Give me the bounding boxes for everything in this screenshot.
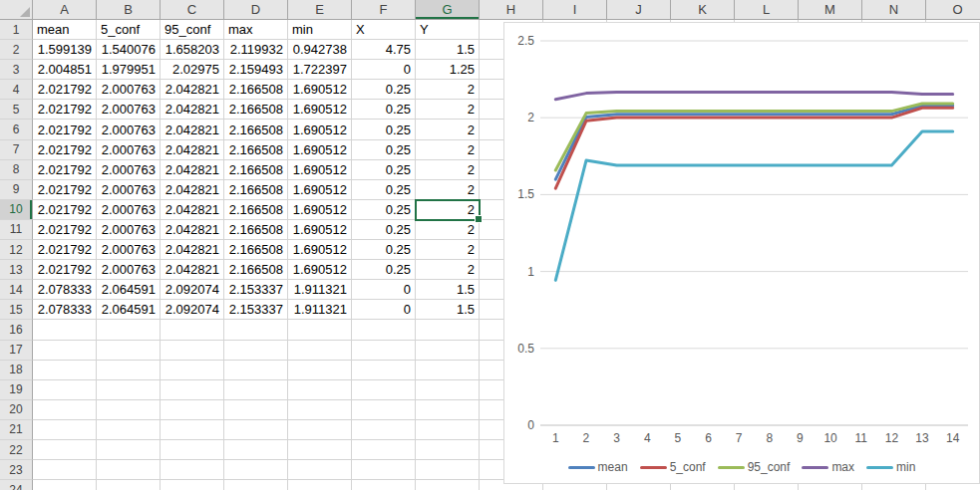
row-header-22[interactable]: 22 — [0, 440, 33, 460]
cell-F19[interactable] — [352, 380, 416, 400]
row-header-8[interactable]: 8 — [0, 160, 33, 180]
series-line-max[interactable] — [555, 93, 952, 100]
row-header-14[interactable]: 14 — [0, 280, 33, 300]
cell-A13[interactable]: 2.021792 — [33, 260, 97, 280]
cell-A23[interactable] — [33, 460, 97, 480]
cell-B10[interactable]: 2.000763 — [97, 200, 161, 220]
cell-C7[interactable]: 2.042821 — [161, 140, 224, 160]
cell-C1[interactable]: 95_conf — [161, 20, 224, 40]
cell-G9[interactable]: 2 — [416, 180, 480, 200]
cell-D5[interactable]: 2.166508 — [224, 100, 288, 120]
cell-F15[interactable]: 0 — [352, 300, 416, 320]
cell-F3[interactable]: 0 — [352, 60, 416, 80]
cell-G8[interactable]: 2 — [416, 160, 480, 180]
row-header-4[interactable]: 4 — [0, 80, 33, 100]
cell-G19[interactable] — [416, 380, 480, 400]
cell-B9[interactable]: 2.000763 — [97, 180, 161, 200]
cell-D23[interactable] — [224, 460, 288, 480]
cell-E17[interactable] — [288, 341, 352, 361]
row-header-3[interactable]: 3 — [0, 60, 33, 80]
cell-A24[interactable] — [33, 480, 97, 490]
row-header-6[interactable]: 6 — [0, 120, 33, 139]
row-header-12[interactable]: 12 — [0, 240, 33, 260]
cell-G18[interactable] — [416, 361, 480, 380]
cell-D4[interactable]: 2.166508 — [224, 80, 288, 100]
cell-G1[interactable]: Y — [416, 20, 480, 40]
legend-item-min[interactable]: min — [866, 460, 915, 474]
cell-B17[interactable] — [97, 341, 161, 361]
cell-A18[interactable] — [33, 361, 97, 380]
cell-G6[interactable]: 2 — [416, 120, 480, 139]
cell-D14[interactable]: 2.153337 — [224, 280, 288, 300]
cell-E16[interactable] — [288, 320, 352, 340]
cell-D21[interactable] — [224, 420, 288, 440]
cell-D17[interactable] — [224, 341, 288, 361]
cell-E22[interactable] — [288, 440, 352, 460]
cell-C11[interactable]: 2.042821 — [161, 220, 224, 240]
cell-D9[interactable]: 2.166508 — [224, 180, 288, 200]
legend-item-mean[interactable]: mean — [568, 460, 628, 474]
column-header-K[interactable]: K — [671, 0, 735, 20]
row-header-17[interactable]: 17 — [0, 341, 33, 361]
cell-B4[interactable]: 2.000763 — [97, 80, 161, 100]
cell-B19[interactable] — [97, 380, 161, 400]
cell-E21[interactable] — [288, 420, 352, 440]
cell-E19[interactable] — [288, 380, 352, 400]
cell-D2[interactable]: 2.119932 — [224, 40, 288, 60]
cell-A12[interactable]: 2.021792 — [33, 240, 97, 260]
cell-C15[interactable]: 2.092074 — [161, 300, 224, 320]
cell-D13[interactable]: 2.166508 — [224, 260, 288, 280]
cell-B14[interactable]: 2.064591 — [97, 280, 161, 300]
row-header-16[interactable]: 16 — [0, 320, 33, 340]
cell-B24[interactable] — [97, 480, 161, 490]
cell-F9[interactable]: 0.25 — [352, 180, 416, 200]
cell-E10[interactable]: 1.690512 — [288, 200, 352, 220]
cell-F11[interactable]: 0.25 — [352, 220, 416, 240]
row-header-5[interactable]: 5 — [0, 100, 33, 120]
legend-item-5_conf[interactable]: 5_conf — [640, 460, 706, 474]
cell-G12[interactable]: 2 — [416, 240, 480, 260]
cell-B23[interactable] — [97, 460, 161, 480]
cell-F24[interactable] — [352, 480, 416, 490]
cell-A9[interactable]: 2.021792 — [33, 180, 97, 200]
cell-F18[interactable] — [352, 361, 416, 380]
column-header-E[interactable]: E — [288, 0, 352, 20]
cell-A20[interactable] — [33, 400, 97, 420]
row-header-11[interactable]: 11 — [0, 220, 33, 240]
cell-E5[interactable]: 1.690512 — [288, 100, 352, 120]
cell-D1[interactable]: max — [224, 20, 288, 40]
cell-E20[interactable] — [288, 400, 352, 420]
cell-B11[interactable]: 2.000763 — [97, 220, 161, 240]
cell-C20[interactable] — [161, 400, 224, 420]
cell-D19[interactable] — [224, 380, 288, 400]
cell-A10[interactable]: 2.021792 — [33, 200, 97, 220]
cell-G20[interactable] — [416, 400, 480, 420]
cell-A14[interactable]: 2.078333 — [33, 280, 97, 300]
cell-F13[interactable]: 0.25 — [352, 260, 416, 280]
cell-F8[interactable]: 0.25 — [352, 160, 416, 180]
row-header-21[interactable]: 21 — [0, 420, 33, 440]
cell-F5[interactable]: 0.25 — [352, 100, 416, 120]
cell-C17[interactable] — [161, 341, 224, 361]
cell-E1[interactable]: min — [288, 20, 352, 40]
row-header-18[interactable]: 18 — [0, 361, 33, 380]
cell-A8[interactable]: 2.021792 — [33, 160, 97, 180]
cell-E4[interactable]: 1.690512 — [288, 80, 352, 100]
cell-G17[interactable] — [416, 341, 480, 361]
cell-C10[interactable]: 2.042821 — [161, 200, 224, 220]
cell-C2[interactable]: 1.658203 — [161, 40, 224, 60]
cell-E7[interactable]: 1.690512 — [288, 140, 352, 160]
column-header-J[interactable]: J — [607, 0, 671, 20]
series-line-5_conf[interactable] — [555, 108, 952, 188]
cell-C12[interactable]: 2.042821 — [161, 240, 224, 260]
cell-G11[interactable]: 2 — [416, 220, 480, 240]
embedded-line-chart[interactable]: 00.511.522.51234567891011121314 mean5_co… — [503, 22, 980, 484]
cell-G23[interactable] — [416, 460, 480, 480]
cell-C18[interactable] — [161, 361, 224, 380]
cell-A16[interactable] — [33, 320, 97, 340]
cell-F16[interactable] — [352, 320, 416, 340]
cell-E18[interactable] — [288, 361, 352, 380]
cell-F12[interactable]: 0.25 — [352, 240, 416, 260]
cell-F21[interactable] — [352, 420, 416, 440]
cell-C8[interactable]: 2.042821 — [161, 160, 224, 180]
